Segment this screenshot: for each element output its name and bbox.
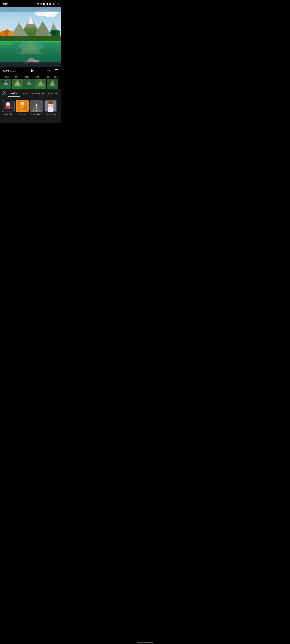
mute-icon: 🔇 <box>40 3 42 5</box>
forward-button[interactable]: ↪ <box>46 68 51 73</box>
thumb-2 <box>12 79 23 89</box>
svg-rect-46 <box>5 106 7 108</box>
svg-rect-57 <box>32 111 42 112</box>
playback-controls: 00:08/00:10 ↩ ↪ <box>0 67 61 76</box>
timeline-mark-5: 00:08 <box>42 76 52 78</box>
svg-rect-53 <box>22 108 24 110</box>
timeline-playhead <box>32 78 32 89</box>
status-time: 6:30 <box>2 2 8 5</box>
current-time: 00:08 <box>2 69 9 72</box>
fullscreen-button[interactable] <box>54 68 59 73</box>
thumb-1: 10.0s <box>0 79 12 89</box>
signal-icon: ▌▌▌▌ <box>43 3 48 5</box>
svg-point-50 <box>20 102 24 106</box>
svg-rect-34 <box>24 85 35 89</box>
landscape-scene <box>0 7 61 67</box>
thumb-duration: 10.0s <box>1 80 6 82</box>
tab-layer[interactable]: Layer <box>20 90 30 96</box>
timeline-mark-4: 00:07 <box>32 76 42 78</box>
svg-rect-31 <box>12 86 23 89</box>
battery-icon: 🔋 <box>52 3 54 5</box>
effect-dolly-zoom[interactable]: Dolly Zoom R <box>30 100 43 116</box>
tab-motion[interactable]: Motion <box>8 90 20 96</box>
tab-ai-drawing[interactable]: AI Drawing <box>30 90 46 96</box>
effect-phantom[interactable]: Phantom <box>16 100 28 116</box>
disable-button[interactable] <box>2 90 6 97</box>
svg-point-43 <box>6 102 10 106</box>
time-display: 00:08/00:10 <box>2 69 16 72</box>
timeline-ruler: 00:04 00:05 00:06 00:07 00:08 00:09 <box>0 76 61 78</box>
svg-rect-59 <box>36 108 37 110</box>
battery-percent: 92% <box>55 3 59 5</box>
play-button[interactable] <box>30 68 35 74</box>
timeline-mark-2: 00:05 <box>12 76 22 78</box>
svg-rect-40 <box>47 86 58 89</box>
effect-swing-zoom[interactable]: Swing Zoom <box>58 100 60 116</box>
total-time: 00:10 <box>10 69 16 72</box>
svg-rect-13 <box>0 36 61 41</box>
svg-rect-28 <box>0 85 12 89</box>
effect-dolly-zoom-label: Dolly Zoom R <box>30 113 43 116</box>
time-display-row: 00:08/00:10 ↩ ↪ <box>2 68 59 74</box>
timeline-mark-1: 00:04 <box>2 76 12 78</box>
effect-phantom-label: Phantom <box>16 113 28 116</box>
playback-buttons: ↩ ↪ <box>30 68 59 74</box>
video-bottom-bar <box>0 62 61 67</box>
svg-rect-52 <box>24 106 27 110</box>
no-icon <box>2 91 6 95</box>
thumb-4 <box>35 79 46 89</box>
svg-rect-66 <box>59 100 60 112</box>
effect-cyber-cam-thumb <box>2 100 14 112</box>
video-top-bar <box>0 7 61 12</box>
effects-grid: Cyber Cam Phantom <box>2 100 60 117</box>
effect-dolly-zoom-thumb <box>30 100 43 112</box>
effect-photo-zoom[interactable]: Photo Zoom <box>44 100 57 116</box>
no-icon-line <box>2 92 5 95</box>
svg-rect-37 <box>35 86 46 89</box>
play-icon <box>31 69 34 72</box>
effect-cyber-cam[interactable]: Cyber Cam <box>2 100 14 116</box>
thumb-5 <box>47 79 58 89</box>
svg-rect-45 <box>4 109 12 111</box>
fullscreen-icon <box>55 69 58 72</box>
tab-ai-portrait[interactable]: AI Portrait <box>46 90 61 96</box>
timeline-mark-6: 00:09 <box>52 76 61 78</box>
effect-swing-zoom-label: Swing Zoom <box>58 113 60 116</box>
wifi-icon: 📶 <box>49 3 52 5</box>
timeline-section: 00:04 00:05 00:06 00:07 00:08 00:09 10.0… <box>0 76 61 89</box>
rewind-button[interactable]: ↩ <box>38 68 43 73</box>
effect-cyber-cam-label: Cyber Cam <box>2 113 14 116</box>
camera-record-icon: 📷 <box>37 3 40 5</box>
effect-phantom-thumb <box>16 100 28 112</box>
svg-point-24 <box>50 30 56 36</box>
svg-point-58 <box>36 107 37 108</box>
svg-point-12 <box>8 31 14 36</box>
svg-rect-47 <box>10 106 12 108</box>
effects-section: Cyber Cam Phantom <box>0 97 61 119</box>
thumb-3 <box>24 79 35 89</box>
timeline-track[interactable]: 10.0s <box>0 78 61 89</box>
status-bar: 6:30 📷 🔇 ▌▌▌▌ 📶 🔋 92% <box>0 0 61 7</box>
tabs-section: Motion Layer AI Drawing AI Portrait ✓ <box>0 89 61 97</box>
confirm-button[interactable]: ✓ <box>61 90 61 97</box>
timeline-mark-3: 00:06 <box>22 76 32 78</box>
status-icons: 📷 🔇 ▌▌▌▌ 📶 🔋 92% <box>37 3 59 5</box>
effect-photo-zoom-thumb <box>44 100 57 112</box>
effect-swing-zoom-thumb <box>58 100 60 112</box>
bottom-indicator-bar <box>0 119 61 123</box>
effect-photo-zoom-label: Photo Zoom <box>44 113 57 116</box>
svg-rect-64 <box>48 107 54 112</box>
tabs-bar: Motion Layer AI Drawing AI Portrait ✓ <box>0 90 61 97</box>
thumbnail-strip: 10.0s <box>0 78 58 89</box>
svg-point-63 <box>48 101 54 104</box>
video-preview <box>0 7 61 67</box>
